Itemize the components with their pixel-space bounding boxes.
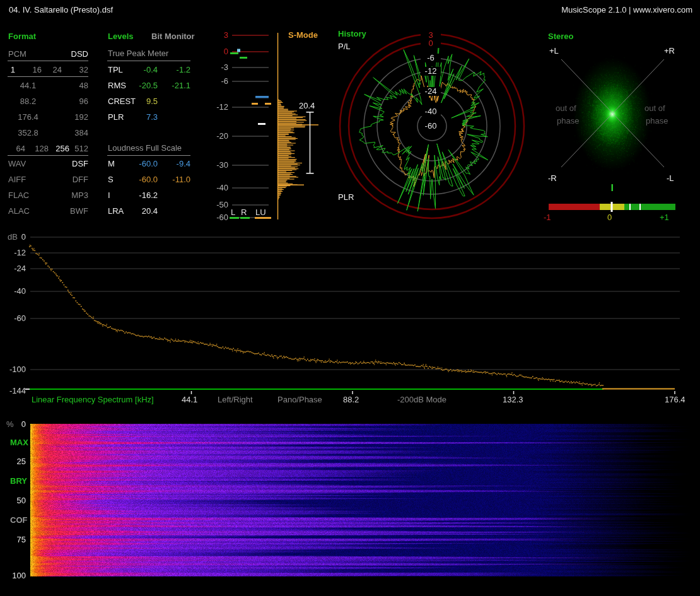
smode-scale-3: 3 (203, 31, 228, 40)
spectrogram-marker-max: MAX (10, 438, 28, 447)
stereo-corner-minus-l: -L (667, 174, 674, 183)
spectrogram-ytick-75: 75 (0, 535, 26, 544)
spectrum-xtick-44.1: 44.1 (182, 395, 197, 404)
history-header: History (338, 30, 366, 38)
format-container-BWF: BWF (48, 207, 88, 216)
format-rate-44.1: 44.1 (8, 81, 49, 90)
levels-section-title: Loudness Full Scale (108, 144, 182, 153)
smode-scale--60: -60 (203, 213, 228, 222)
levels-value-I-1: -16.2 (129, 191, 158, 200)
format-rate-384: 384 (48, 129, 88, 137)
spectrum-button-pano-phase[interactable]: Pano/Phase (277, 395, 322, 404)
spectrum-ytick--24: -24 (0, 264, 26, 273)
history-mode-top[interactable]: P/L (338, 42, 351, 51)
levels-value-M-1: -60.0 (129, 160, 158, 168)
format-container-FLAC: FLAC (8, 191, 29, 200)
levels-row-label-RMS: RMS (108, 81, 126, 90)
format-dsd-rate-64: 64 (6, 144, 25, 153)
format-rate-192: 192 (48, 113, 88, 122)
levels-value-RMS-2: -21.1 (160, 81, 190, 90)
spectrum-button--200db-mode[interactable]: -200dB Mode (397, 395, 446, 404)
spectrogram-ytick-100: 100 (0, 571, 26, 580)
smode-scale-0: 0 (203, 47, 228, 56)
levels-row-label-S: S (108, 175, 114, 184)
spectrum-ytick--12: -12 (0, 248, 26, 257)
history-ring-label--6: -6 (421, 54, 441, 62)
smode-channel-l: L (231, 208, 235, 217)
smode-scale--50: -50 (203, 201, 228, 209)
smode-scale--12: -12 (203, 103, 228, 112)
divider (107, 61, 190, 61)
format-dsd-rate-512: 512 (69, 144, 88, 153)
smode-scale--30: -30 (203, 161, 228, 170)
history-ring-label--12: -12 (421, 67, 441, 76)
spectrogram-ytick-25: 25 (0, 457, 26, 466)
levels-value-TPL-2: -1.2 (160, 66, 190, 74)
spectrum-xtick-176.4: 176.4 (665, 395, 685, 404)
tab-levels[interactable]: Levels (108, 32, 133, 41)
spectrum-ytick--40: -40 (0, 287, 26, 296)
spectrum-xtick-88.2: 88.2 (343, 395, 359, 404)
format-container-AIFF: AIFF (8, 175, 26, 184)
levels-value-RMS-1: -20.5 (129, 81, 158, 90)
spectrum-ytick--144: -144 (0, 387, 26, 395)
spectrum-ytick--60: -60 (0, 314, 26, 323)
smode-header: S-Mode (288, 31, 318, 40)
format-rate-96: 96 (48, 97, 88, 106)
stereo-corner-minus-r: -R (548, 174, 557, 183)
spectrum-xtick-132.3: 132.3 (503, 395, 523, 404)
format-rate-48: 48 (48, 81, 88, 90)
levels-row-label-LRA: LRA (108, 207, 124, 216)
levels-value-TPL-1: -0.4 (129, 66, 158, 74)
out-of-phase-left-1: out of (556, 104, 576, 113)
levels-row-label-I: I (108, 191, 110, 200)
history-ring-label--24: -24 (421, 87, 441, 96)
spectrum-button-left-right[interactable]: Left/Right (218, 395, 253, 404)
history-ring-label--60: -60 (421, 122, 441, 131)
out-of-phase-left-2: phase (557, 117, 579, 126)
smode-channel-r: R (241, 208, 247, 217)
smode-scale--20: -20 (203, 132, 228, 141)
smode-scale--3: -3 (203, 63, 228, 72)
stereo-corner-plus-l: +L (549, 47, 559, 56)
smode-channel-lu: LU (255, 208, 266, 217)
spectrum-ytick--100: -100 (0, 365, 26, 374)
divider (8, 76, 88, 77)
smode-lra-value: 20.4 (299, 102, 315, 110)
spectrogram-ytick-0: 0 (0, 420, 26, 429)
spectrogram-marker-bry: BRY (10, 477, 27, 486)
history-ring-label-0: 0 (421, 39, 441, 48)
spectrogram-marker-cof: COF (10, 516, 27, 525)
format-bit-16: 16 (26, 66, 42, 74)
format-mode-dsd: DSD (63, 50, 88, 59)
format-container-WAV: WAV (8, 160, 26, 168)
levels-row-label-PLR: PLR (108, 113, 124, 122)
history-ring-label--40: -40 (421, 107, 441, 116)
meters-overlay (0, 0, 700, 596)
corr-label-min: -1 (544, 213, 551, 222)
levels-value-M-2: -9.4 (160, 160, 190, 168)
levels-row-label-TPL: TPL (108, 66, 123, 74)
levels-value-CREST-1: 9.5 (129, 97, 158, 106)
smode-scale--6: -6 (203, 77, 228, 86)
format-dsd-rate-128: 128 (30, 144, 49, 153)
format-dsd-rate-256: 256 (50, 144, 69, 153)
levels-section-title: True Peak Meter (108, 49, 168, 58)
corr-label-zero: 0 (607, 213, 612, 222)
stereo-header: Stereo (548, 32, 573, 41)
levels-value-PLR-1: 7.3 (129, 113, 158, 122)
stereo-corner-plus-r: +R (664, 47, 675, 56)
history-mode-bottom[interactable]: PLR (338, 193, 354, 202)
levels-value-LRA-1: 20.4 (129, 207, 158, 216)
spectrum-title: Linear Frequency Spectrum [kHz] (32, 395, 154, 404)
window-title: 04. IV. Saltarello (Presto).dsf (9, 6, 113, 15)
levels-row-label-M: M (108, 160, 115, 168)
spectrum-ytick-0: 0 (0, 233, 26, 242)
format-container-DSF: DSF (48, 160, 88, 168)
format-container-MP3: MP3 (48, 191, 88, 200)
tab-bit-monitor[interactable]: Bit Monitor (151, 32, 195, 41)
format-bit-24: 24 (47, 66, 62, 74)
format-container-DFF: DFF (48, 175, 88, 184)
format-rate-176.4: 176.4 (8, 113, 49, 122)
divider (107, 155, 190, 156)
